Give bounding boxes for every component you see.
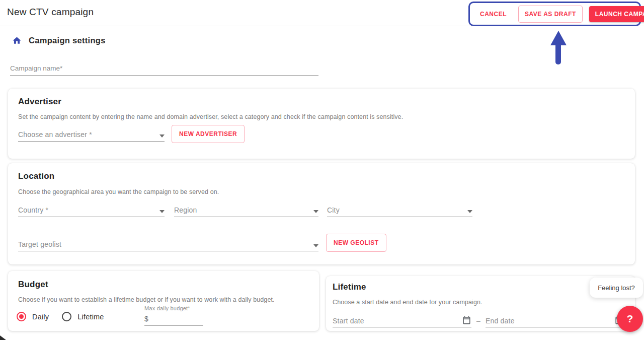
- region-select-placeholder: Region: [174, 206, 197, 214]
- max-daily-budget-input[interactable]: [148, 315, 194, 323]
- save-as-draft-button[interactable]: SAVE AS DRAFT: [518, 6, 583, 23]
- advertiser-select-placeholder: Choose an advertiser *: [18, 130, 92, 139]
- new-advertiser-button[interactable]: NEW ADVERTISER: [172, 125, 245, 143]
- lifetime-description: Choose a start date and end date for you…: [333, 299, 482, 306]
- advertiser-card: Advertiser Set the campaign content by e…: [8, 89, 635, 159]
- country-select-placeholder: Country *: [18, 206, 48, 214]
- chevron-down-icon: [467, 210, 472, 213]
- launch-campaign-button[interactable]: LAUNCH CAMPAIGN: [589, 6, 644, 22]
- lifetime-card: Lifetime Choose a start date and end dat…: [326, 276, 635, 331]
- location-title: Location: [18, 171, 54, 181]
- new-geolist-button[interactable]: NEW GEOLIST: [326, 234, 386, 252]
- lifetime-radio-label: Lifetime: [77, 313, 104, 321]
- header-actions-annotation-box: CANCEL SAVE AS DRAFT LAUNCH CAMPAIGN: [468, 2, 641, 26]
- start-date-placeholder: Start date: [333, 317, 364, 325]
- end-date-placeholder: End date: [486, 317, 515, 325]
- arrow-up-icon-stem: [555, 43, 561, 64]
- max-daily-budget-field: Max daily budget* $: [144, 305, 203, 326]
- new-ctv-campaign-page: New CTV campaign CANCEL SAVE AS DRAFT LA…: [0, 0, 644, 340]
- city-select[interactable]: City: [327, 205, 472, 217]
- section-heading: Campaign settings: [29, 36, 106, 45]
- question-mark-icon: ?: [627, 313, 633, 325]
- help-button[interactable]: ?: [617, 306, 643, 332]
- max-daily-budget-label: Max daily budget*: [144, 305, 203, 311]
- budget-title: Budget: [18, 280, 48, 290]
- target-geolist-placeholder: Target geolist: [18, 240, 61, 248]
- region-select[interactable]: Region: [174, 205, 318, 217]
- chevron-down-icon: [313, 210, 318, 213]
- currency-symbol: $: [144, 315, 148, 323]
- city-select-placeholder: City: [327, 206, 340, 214]
- cursor-artifact: [0, 335, 6, 340]
- chevron-down-icon: [313, 244, 318, 247]
- location-description: Choose the geographical area you want th…: [18, 188, 219, 195]
- chevron-down-icon: [159, 134, 165, 138]
- budget-card: Budget Choose if you want to establish a…: [8, 271, 319, 331]
- daily-radio[interactable]: [17, 312, 26, 321]
- date-range-separator: –: [476, 317, 480, 325]
- budget-description: Choose if you want to establish a lifeti…: [18, 296, 275, 303]
- end-date-field[interactable]: End date: [486, 314, 624, 327]
- campaign-name-field-wrap: [10, 62, 318, 76]
- home-icon: [12, 36, 22, 45]
- cancel-button[interactable]: CANCEL: [475, 7, 512, 22]
- daily-radio-label: Daily: [32, 313, 49, 321]
- country-select[interactable]: Country *: [18, 205, 165, 217]
- target-geolist-select[interactable]: Target geolist: [18, 239, 318, 251]
- start-date-field[interactable]: Start date: [333, 314, 471, 327]
- budget-radio-group: Daily Lifetime: [17, 312, 104, 321]
- advertiser-select[interactable]: Choose an advertiser *: [18, 129, 165, 142]
- advertiser-description: Set the campaign content by entering the…: [18, 113, 403, 120]
- location-card: Location Choose the geographical area yo…: [8, 163, 635, 264]
- lifetime-radio[interactable]: [62, 312, 71, 321]
- chevron-down-icon: [159, 210, 165, 213]
- advertiser-title: Advertiser: [18, 97, 61, 107]
- page-title: New CTV campaign: [7, 7, 94, 18]
- calendar-icon[interactable]: [462, 315, 471, 325]
- feeling-lost-tooltip: Feeling lost?: [590, 278, 643, 298]
- lifetime-title: Lifetime: [333, 282, 366, 292]
- breadcrumb: Campaign settings: [12, 36, 106, 45]
- campaign-name-input[interactable]: [10, 62, 318, 76]
